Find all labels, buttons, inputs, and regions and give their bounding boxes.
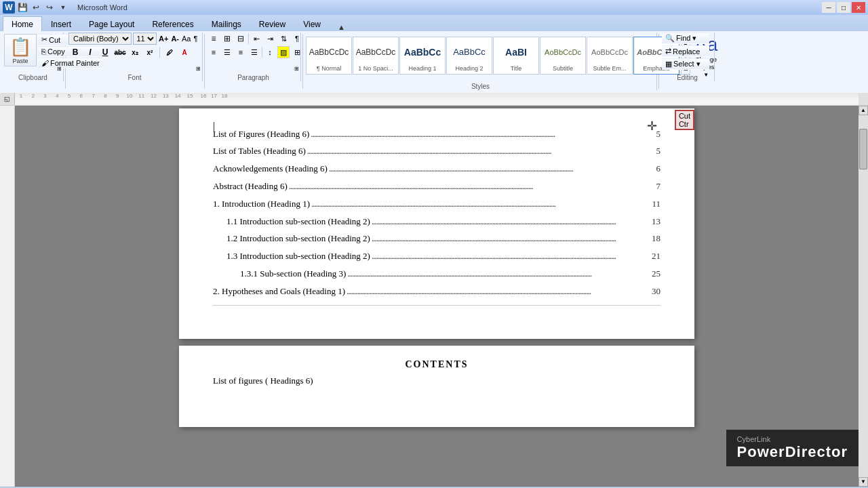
tab-review[interactable]: Review xyxy=(250,16,294,31)
redo-button[interactable]: ↪ xyxy=(43,1,56,14)
decrease-indent-button[interactable]: ⇤ xyxy=(250,33,262,45)
document-scroll[interactable]: List of Figures (Heading 6) 5 List of Ta… xyxy=(15,106,859,487)
align-right-button[interactable]: ≡ xyxy=(235,46,247,58)
clipboard-dialog-button[interactable]: ⊞ xyxy=(57,66,62,72)
tab-insert[interactable]: Insert xyxy=(42,16,80,31)
clear-format-button[interactable]: ¶ xyxy=(193,33,198,45)
tab-page-layout[interactable]: Page Layout xyxy=(80,16,143,31)
style-subtle-em[interactable]: AoBbCcDc Subtle Em... xyxy=(587,37,633,75)
toc-entry-9: 2. Hypotheses and Goals (Heading 1) 30 xyxy=(213,285,660,300)
minimize-button[interactable]: ─ xyxy=(822,2,835,13)
tab-references[interactable]: References xyxy=(143,16,202,31)
strikethrough-button[interactable]: abc xyxy=(113,46,127,58)
customize-qat-button[interactable]: ▼ xyxy=(57,1,69,14)
increase-font-button[interactable]: A+ xyxy=(158,33,169,45)
tab-view[interactable]: View xyxy=(294,16,330,31)
find-icon: 🔍 xyxy=(665,34,675,43)
toc-page-9: 30 xyxy=(647,285,660,299)
decrease-font-button[interactable]: A- xyxy=(170,33,180,45)
toc-dots-7 xyxy=(372,249,647,264)
change-case-button[interactable]: Aa xyxy=(181,33,191,45)
tab-mailings[interactable]: Mailings xyxy=(203,16,250,31)
borders-button[interactable]: ⊞ xyxy=(291,46,303,58)
replace-button[interactable]: ⇄ Replace xyxy=(662,45,709,57)
ribbon-collapse-button[interactable]: ▲ xyxy=(335,23,348,31)
close-button[interactable]: ✕ xyxy=(852,2,865,13)
subscript-button[interactable]: x₂ xyxy=(128,46,142,58)
tooltip-cut: Cut xyxy=(679,112,690,120)
style-normal-preview-text: AaBbCcDc xyxy=(309,47,349,57)
font-color-button[interactable]: A xyxy=(178,46,191,58)
italic-button[interactable]: I xyxy=(83,46,97,58)
scroll-up-button[interactable]: ▲ xyxy=(859,106,868,115)
select-button[interactable]: ▦ Select ▾ xyxy=(662,58,709,70)
select-icon: ▦ xyxy=(665,60,672,68)
toc-page-4: 11 xyxy=(647,197,660,211)
ribbon-tabs: Home Insert Page Layout References Maili… xyxy=(0,15,868,31)
numbering-button[interactable]: ⊞ xyxy=(221,33,233,45)
document-page-2: CONTENTS List of figures ( Headings 6) xyxy=(179,346,694,427)
align-left-button[interactable]: ≡ xyxy=(208,46,220,58)
justify-button[interactable]: ☰ xyxy=(248,46,260,58)
bold-button[interactable]: B xyxy=(68,46,82,58)
toc-text-1: List of Tables (Heading 6) xyxy=(213,144,306,159)
sort-button[interactable]: ⇅ xyxy=(277,33,290,45)
align-center-button[interactable]: ☰ xyxy=(221,46,233,58)
font-name-row: Calibri (Body) 11 A+ A- Aa ¶ xyxy=(68,33,198,45)
editing-group: 🔍 Find ▾ ⇄ Replace ▦ Select ▾ Editing xyxy=(660,33,715,81)
toc-text-9: 2. Hypotheses and Goals (Heading 1) xyxy=(213,285,345,299)
style-subtle-em-label: Subtle Em... xyxy=(589,65,631,73)
window-controls: ─ □ ✕ xyxy=(822,2,865,13)
shading-button[interactable]: ▨ xyxy=(277,46,290,58)
paragraph-align-row: ≡ ☰ ≡ ☰ ↕ ▨ ⊞ xyxy=(208,46,303,58)
font-sep xyxy=(159,47,160,58)
toc-entry-2: Acknowledgements (Heading 6) 6 xyxy=(213,162,660,177)
toc-page-7: 21 xyxy=(647,249,660,264)
paragraph-label: Paragraph xyxy=(206,74,300,81)
maximize-button[interactable]: □ xyxy=(837,2,850,13)
vertical-ruler-top xyxy=(859,93,868,105)
paragraph-group-content: ≡ ⊞ ⊟ ⇤ ⇥ ⇅ ¶ ≡ ☰ ≡ ☰ ↕ ▨ xyxy=(208,33,303,69)
ruler-corner[interactable]: ◱ xyxy=(0,93,15,105)
quick-save-button[interactable]: 💾 xyxy=(16,1,28,14)
toc-text-5: 1.1 Introduction sub-section (Heading 2) xyxy=(226,215,370,229)
style-subtitle[interactable]: AoBbCcDc Subtitle xyxy=(540,37,586,75)
find-button[interactable]: 🔍 Find ▾ xyxy=(662,33,709,44)
toc-dots-3 xyxy=(289,180,647,195)
replace-label: Replace xyxy=(673,47,700,56)
increase-indent-button[interactable]: ⇥ xyxy=(264,33,276,45)
style-title[interactable]: AaBI Title xyxy=(493,37,539,75)
line-spacing-button[interactable]: ↕ xyxy=(264,46,276,58)
undo-button[interactable]: ↩ xyxy=(30,1,42,14)
superscript-button[interactable]: x² xyxy=(143,46,157,58)
replace-icon: ⇄ xyxy=(665,47,671,56)
scrollbar-thumb[interactable] xyxy=(859,129,867,169)
style-heading2[interactable]: AaBbCc Heading 2 xyxy=(446,37,492,75)
underline-button[interactable]: U xyxy=(98,46,112,58)
toc-entry-5: 1.1 Introduction sub-section (Heading 2)… xyxy=(213,215,660,230)
quick-access-toolbar: W 💾 ↩ ↪ ▼ xyxy=(3,1,69,14)
main-area: List of Figures (Heading 6) 5 List of Ta… xyxy=(0,106,868,487)
multilevel-list-button[interactable]: ⊟ xyxy=(235,33,247,45)
scroll-down-button[interactable]: ▼ xyxy=(859,477,868,487)
font-name-select[interactable]: Calibri (Body) xyxy=(68,33,132,45)
toc-dots-1 xyxy=(307,144,647,159)
ribbon: Home Insert Page Layout References Maili… xyxy=(0,15,868,94)
highlight-color-button[interactable]: 🖊 xyxy=(163,46,176,58)
contents-first-entry: List of figures ( Headings 6) xyxy=(213,375,660,386)
paragraph-dialog-button[interactable]: ⊞ xyxy=(294,66,299,72)
style-heading1[interactable]: AaBbCc Heading 1 xyxy=(399,37,446,75)
style-no-spacing[interactable]: AaBbCcDc 1 No Spaci... xyxy=(353,37,399,75)
right-scrollbar[interactable]: ▲ ▼ xyxy=(859,106,868,487)
tab-home[interactable]: Home xyxy=(3,16,42,31)
show-formatting-button[interactable]: ¶ xyxy=(291,33,303,45)
cut-label: Cut xyxy=(49,36,60,44)
paste-button[interactable]: 📋 Paste xyxy=(4,34,37,66)
style-normal[interactable]: AaBbCcDc ¶ Normal xyxy=(306,37,352,75)
font-size-select[interactable]: 11 xyxy=(133,33,157,45)
font-dialog-button[interactable]: ⊞ xyxy=(196,66,201,72)
bullets-button[interactable]: ≡ xyxy=(208,33,220,45)
editing-label: Editing xyxy=(660,74,714,81)
ribbon-content: 📋 Paste ✂ Cut ⎘ Copy 🖌 Format Painter xyxy=(0,31,868,93)
watermark-overlay: CyberLink PowerDirector xyxy=(726,430,859,466)
